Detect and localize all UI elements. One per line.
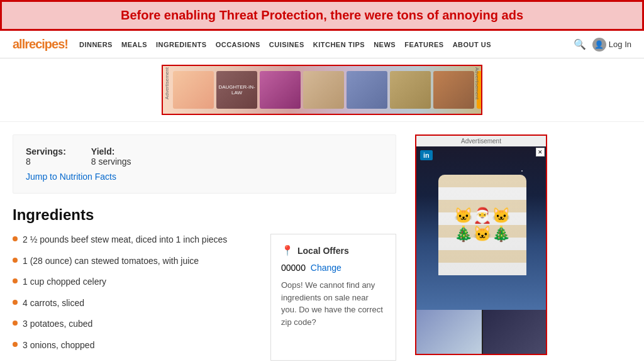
ad-image-shoes — [390, 71, 431, 109]
ad-image-hat — [433, 71, 474, 109]
ad-label-right: Advertisement — [474, 67, 480, 99]
bullet-icon — [13, 258, 18, 263]
ingredient-text: 3 onions, chopped — [23, 339, 94, 352]
yield-value: 8 servings — [91, 156, 131, 167]
cat-pattern-icon: 🐱🎅🐱🎄🐱🎄 — [454, 207, 511, 243]
recipe-info-row: Servings: 8 Yield: 8 servings — [26, 146, 383, 167]
yield-block: Yield: 8 servings — [91, 146, 131, 167]
recipe-info-card: Servings: 8 Yield: 8 servings Jump to Nu… — [13, 134, 396, 194]
bullet-icon — [13, 236, 18, 241]
ingredient-text: 4 carrots, sliced — [23, 297, 84, 310]
nav-item-cuisines[interactable]: CUISINES — [269, 41, 304, 48]
zip-row: 00000 Change — [281, 263, 386, 273]
local-offers-title: Local Offers — [297, 246, 349, 256]
ad-image-dog — [303, 71, 344, 109]
local-offers-message: Oops! We cannot find any ingredients on … — [281, 279, 386, 328]
nav-item-ingredients[interactable]: INGREDIENTS — [156, 41, 207, 48]
yield-label: Yield: — [91, 146, 131, 156]
nav-item-features[interactable]: FEATURES — [404, 41, 443, 48]
sidebar-ad-inner: ✕ in 🐱🎅🐱🎄🐱🎄 — [416, 146, 546, 354]
header: allrecipes! DINNERS MEALS INGREDIENTS OC… — [0, 31, 644, 58]
search-icon[interactable]: 🔍 — [574, 38, 586, 50]
close-icon[interactable]: ✕ — [536, 148, 545, 156]
nav-item-about[interactable]: ABOUT US — [453, 41, 491, 48]
avatar-icon: 👤 — [592, 38, 606, 52]
header-right: 🔍 👤 Log In — [574, 38, 631, 52]
clothing-figure: 🐱🎅🐱🎄🐱🎄 — [438, 156, 526, 300]
content-area: Servings: 8 Yield: 8 servings Jump to Nu… — [0, 122, 409, 362]
ingredients-section: Ingredients 2 ½ pounds beef stew meat, d… — [13, 206, 396, 361]
clothing-ad-image: 🐱🎅🐱🎄🐱🎄 — [416, 146, 547, 310]
jump-to-nutrition-link[interactable]: Jump to Nutrition Facts — [26, 172, 116, 182]
linkedin-icon[interactable]: in — [420, 150, 433, 160]
ad-image-jewelry — [347, 71, 387, 109]
ingredient-text: 1 cup chopped celery — [23, 276, 106, 288]
ad-thumb-1 — [416, 310, 482, 354]
sweater-pattern: 🐱🎅🐱🎄🐱🎄 — [438, 175, 526, 275]
ad-banner-wrapper: Advertisement DAUGHTER-IN-LAW 1₰₰ TEMU A… — [0, 58, 644, 122]
zip-code: 00000 — [281, 263, 306, 273]
logo[interactable]: allrecipes! — [13, 37, 68, 52]
servings-value: 8 — [26, 156, 66, 167]
ingredient-text: 3 potatoes, cubed — [23, 318, 92, 331]
ingredients-list: 2 ½ pounds beef stew meat, diced into 1 … — [13, 234, 258, 361]
threat-banner: Before enabling Threat Protection, there… — [0, 0, 644, 31]
change-zip-link[interactable]: Change — [311, 263, 341, 273]
ad-image-feet — [173, 71, 214, 109]
sidebar-ad-label: Advertisement — [416, 136, 546, 146]
ad-banner[interactable]: Advertisement DAUGHTER-IN-LAW 1₰₰ TEMU A… — [162, 65, 482, 115]
bullet-icon — [13, 342, 18, 347]
nav-item-news[interactable]: NEWS — [374, 41, 396, 48]
ad-label-left: Advertisement — [164, 67, 170, 99]
login-button[interactable]: 👤 Log In — [592, 38, 631, 52]
ad-images: DAUGHTER-IN-LAW 1₰₰ TEMU — [163, 67, 482, 112]
nav-item-kitchen-tips[interactable]: KITCHEN TIPS — [313, 41, 365, 48]
ingredients-title: Ingredients — [13, 206, 396, 224]
nav-item-meals[interactable]: MEALS — [121, 41, 147, 48]
sweater-image: 🐱🎅🐱🎄🐱🎄 — [438, 175, 526, 275]
local-offers-header: 📍 Local Offers — [281, 244, 386, 256]
list-item: 3 onions, chopped — [13, 339, 258, 352]
ingredient-text: 1 (28 ounce) can stewed tomatoes, with j… — [23, 255, 199, 268]
pin-icon: 📍 — [281, 244, 294, 256]
sidebar: Advertisement ✕ in 🐱🎅🐱🎄🐱🎄 — [409, 122, 553, 362]
local-offers-card: 📍 Local Offers 00000 Change Oops! We can… — [270, 234, 396, 361]
ad-image-dress — [260, 71, 301, 109]
threat-banner-text: Before enabling Threat Protection, there… — [121, 8, 523, 22]
login-label: Log In — [609, 40, 631, 49]
bullet-icon — [13, 300, 18, 305]
list-item: 2 ½ pounds beef stew meat, diced into 1 … — [13, 234, 258, 246]
ad-image-mug: DAUGHTER-IN-LAW — [216, 71, 257, 109]
bullet-icon — [13, 321, 18, 326]
list-item: 1 cup chopped celery — [13, 276, 258, 288]
servings-label: Servings: — [26, 146, 66, 156]
list-item: 1 (28 ounce) can stewed tomatoes, with j… — [13, 255, 258, 268]
bullet-icon — [13, 278, 18, 283]
ingredient-text: 2 ½ pounds beef stew meat, diced into 1 … — [23, 234, 227, 246]
ad-thumb-2 — [483, 310, 547, 354]
main-nav: DINNERS MEALS INGREDIENTS OCCASIONS CUIS… — [79, 41, 562, 48]
clothing-ad-thumbnails — [416, 310, 547, 354]
servings-block: Servings: 8 — [26, 146, 66, 167]
ingredients-layout: 2 ½ pounds beef stew meat, diced into 1 … — [13, 234, 396, 361]
main-content: Servings: 8 Yield: 8 servings Jump to Nu… — [0, 122, 644, 362]
nav-item-dinners[interactable]: DINNERS — [79, 41, 113, 48]
list-item: 3 potatoes, cubed — [13, 318, 258, 331]
list-item: 4 carrots, sliced — [13, 297, 258, 310]
nav-item-occasions[interactable]: OCCASIONS — [216, 41, 260, 48]
sidebar-ad: Advertisement ✕ in 🐱🎅🐱🎄🐱🎄 — [415, 134, 547, 355]
